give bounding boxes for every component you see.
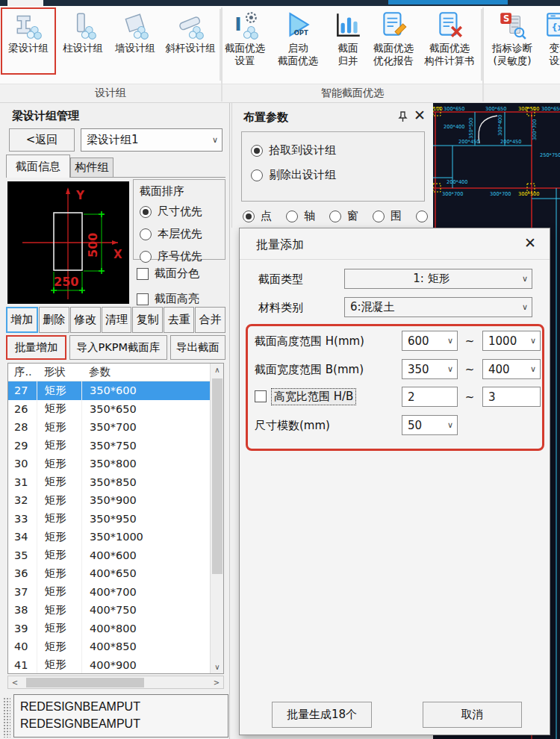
- close-icon[interactable]: ✕: [414, 108, 426, 122]
- chevron-down-icon: ∨: [208, 135, 222, 145]
- height-from-select[interactable]: 600 ∨: [402, 331, 458, 351]
- width-to-select[interactable]: 400 ∨: [482, 359, 541, 379]
- ribbon-button-column-group[interactable]: 柱设计组: [57, 6, 109, 84]
- scroll-thumb[interactable]: [212, 378, 223, 574]
- ratio-to-input[interactable]: 3: [482, 387, 541, 407]
- ribbon-button-section-merge[interactable]: 截面归并: [327, 6, 369, 84]
- col-param[interactable]: 参数: [81, 364, 223, 381]
- ratio-range-checkbox[interactable]: [255, 390, 267, 402]
- ribbon-button-member-calc[interactable]: 截面优选构件计算书: [418, 6, 481, 84]
- scroll-down-icon[interactable]: ∨: [211, 661, 224, 673]
- action-button-修改[interactable]: 修改: [70, 307, 101, 333]
- display-option-截面高亮[interactable]: 截面高亮: [137, 292, 199, 306]
- ratio-from-input[interactable]: 2: [402, 387, 458, 407]
- table-row[interactable]: 36矩形400*650: [8, 564, 210, 583]
- ribbon-button-opt-report[interactable]: 截面优选优化报告: [369, 6, 418, 84]
- section-type-select[interactable]: 1: 矩形 ∨: [344, 269, 532, 289]
- chevron-down-icon: ∨: [518, 274, 532, 284]
- batch-button-批量增加[interactable]: 批量增加: [6, 335, 66, 360]
- close-icon[interactable]: ✕: [524, 236, 536, 250]
- table-row[interactable]: 29矩形350*750: [8, 437, 210, 455]
- pin-icon[interactable]: [398, 111, 408, 125]
- table-row[interactable]: 27矩形350*600: [8, 381, 210, 400]
- table-row[interactable]: 33矩形350*950: [8, 510, 210, 528]
- table-row[interactable]: 38矩形400*750: [8, 601, 210, 620]
- table-row[interactable]: 35矩形400*600: [8, 546, 210, 565]
- tab-section-info[interactable]: 截面信息: [6, 155, 70, 178]
- ratio-range-label[interactable]: 高宽比范围 H/B: [271, 388, 356, 405]
- ribbon-group-label: 设计组: [0, 87, 221, 100]
- pick-option-轴[interactable]: 轴: [286, 209, 315, 223]
- ribbon-button-label: 优化报告: [373, 54, 414, 67]
- ribbon-button-wall-group[interactable]: 墙设计组: [109, 6, 161, 84]
- display-option-截面分色[interactable]: 截面分色: [137, 266, 199, 281]
- section-sort-groupbox: 截面排序 尺寸优先本层优先序号优先: [133, 179, 225, 260]
- horizontal-scrollbar[interactable]: < >: [7, 676, 224, 689]
- material-select[interactable]: 6:混凝土 ∨: [344, 297, 532, 317]
- batch-button-导出截面[interactable]: 导出截面: [170, 335, 225, 360]
- design-group-select[interactable]: 梁设计组1 ∨: [81, 128, 223, 152]
- tab-member-group[interactable]: 构件组: [70, 158, 113, 178]
- modulus-select[interactable]: 50 ∨: [402, 415, 458, 435]
- log-panel-grip[interactable]: [3, 697, 10, 738]
- sort-option-本层优先[interactable]: 本层优先: [140, 227, 225, 241]
- pick-option-围[interactable]: 围: [373, 209, 402, 223]
- scroll-left-icon[interactable]: <: [8, 676, 22, 688]
- action-button-合并[interactable]: 合并: [195, 307, 225, 333]
- table-row[interactable]: 34矩形350*1000: [8, 528, 210, 546]
- layout-params-panel: 布置参数 ✕ 拾取到设计组剔除出设计组 点轴窗围线: [231, 103, 433, 228]
- width-from-select[interactable]: 350 ∨: [402, 359, 458, 379]
- batch-button-导入PKPM截面库[interactable]: 导入PKPM截面库: [69, 335, 167, 360]
- chevron-down-icon: ∨: [444, 336, 457, 346]
- col-shape[interactable]: 形状: [37, 364, 81, 381]
- ribbon-button-start-opt[interactable]: OPT启动截面优选: [269, 6, 327, 84]
- cancel-button[interactable]: 取消: [423, 702, 522, 728]
- action-button-复制[interactable]: 复制: [132, 307, 163, 333]
- action-button-增加[interactable]: 增加: [6, 307, 38, 333]
- mode-option-剔除出设计组[interactable]: 剔除出设计组: [251, 168, 424, 182]
- table-row[interactable]: 37矩形400*700: [8, 583, 210, 602]
- table-row[interactable]: 31矩形350*850: [8, 473, 210, 492]
- material-label: 材料类别: [258, 301, 303, 315]
- generate-button[interactable]: 批量生成18个: [272, 702, 372, 728]
- sort-option-尺寸优先[interactable]: 尺寸优先: [140, 205, 225, 219]
- pick-option-点[interactable]: 点: [243, 209, 272, 223]
- table-row[interactable]: 40矩形400*850: [8, 637, 210, 656]
- action-button-清理[interactable]: 清理: [102, 307, 132, 333]
- ribbon-toolbar: 梁设计组柱设计组墙设计组斜杆设计组I截面优选设置OPT启动截面优选截面归并截面优…: [0, 6, 560, 84]
- scroll-right-icon[interactable]: >: [210, 676, 223, 688]
- table-cell: 400*650: [81, 564, 210, 583]
- action-button-去重[interactable]: 去重: [164, 307, 194, 333]
- pick-option-窗[interactable]: 窗: [329, 209, 358, 223]
- axis-y-label: Y: [75, 189, 85, 202]
- col-no[interactable]: 序..: [8, 365, 37, 379]
- sort-option-序号优先[interactable]: 序号优先: [140, 249, 225, 264]
- table-row[interactable]: 26矩形350*650: [8, 400, 210, 419]
- back-button[interactable]: <返回: [9, 128, 75, 152]
- section-table: 序.. 形状 参数 27矩形350*60026矩形350*65028矩形350*…: [7, 363, 224, 674]
- mode-option-拾取到设计组[interactable]: 拾取到设计组: [251, 143, 424, 158]
- ribbon-divider: [221, 7, 223, 102]
- radio-icon: [329, 211, 341, 222]
- ribbon-button-variable-settings[interactable]: {x}变量设置: [542, 6, 560, 84]
- height-to-select[interactable]: 1000 ∨: [482, 331, 541, 351]
- table-row[interactable]: 30矩形350*800: [8, 455, 210, 473]
- cad-dimension-label: 200*450: [500, 139, 521, 145]
- table-row[interactable]: 41矩形400*900: [8, 656, 210, 674]
- scroll-up-icon[interactable]: ∧: [211, 364, 224, 376]
- table-cell: 400*850: [81, 637, 210, 656]
- tilde: ~: [462, 334, 477, 348]
- scroll-thumb[interactable]: [26, 678, 144, 687]
- ribbon-button-index-diagnosis[interactable]: S指标诊断(灵敏度): [482, 6, 542, 84]
- table-cell: 矩形: [37, 656, 81, 674]
- option-label: 剔除出设计组: [269, 168, 336, 182]
- ribbon-button-beam-group[interactable]: 梁设计组: [0, 6, 57, 84]
- table-row[interactable]: 28矩形350*700: [8, 418, 210, 437]
- ribbon-button-brace-group[interactable]: 斜杆设计组: [161, 6, 220, 84]
- table-row[interactable]: 39矩形400*800: [8, 620, 210, 638]
- vertical-scrollbar[interactable]: ∧ ∨: [210, 364, 223, 673]
- action-button-删除[interactable]: 删除: [39, 307, 69, 333]
- table-row[interactable]: 32矩形350*900: [8, 491, 210, 510]
- ribbon-button-section-opt-settings[interactable]: I截面优选设置: [221, 6, 269, 84]
- titlebar-tab[interactable]: [7, 0, 43, 6]
